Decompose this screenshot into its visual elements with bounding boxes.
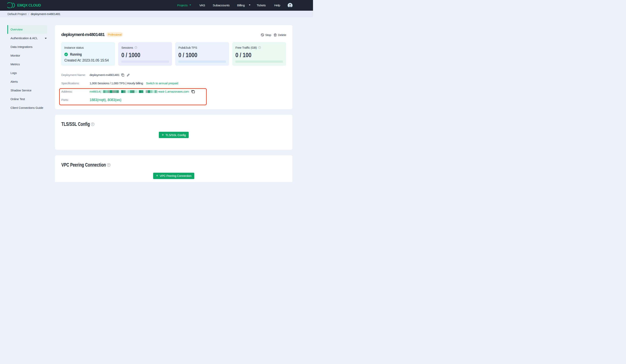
svg-text:?: ? (135, 47, 136, 48)
svg-text:?: ? (92, 123, 93, 125)
svg-text:?: ? (259, 47, 260, 48)
svg-text:?: ? (108, 164, 109, 166)
